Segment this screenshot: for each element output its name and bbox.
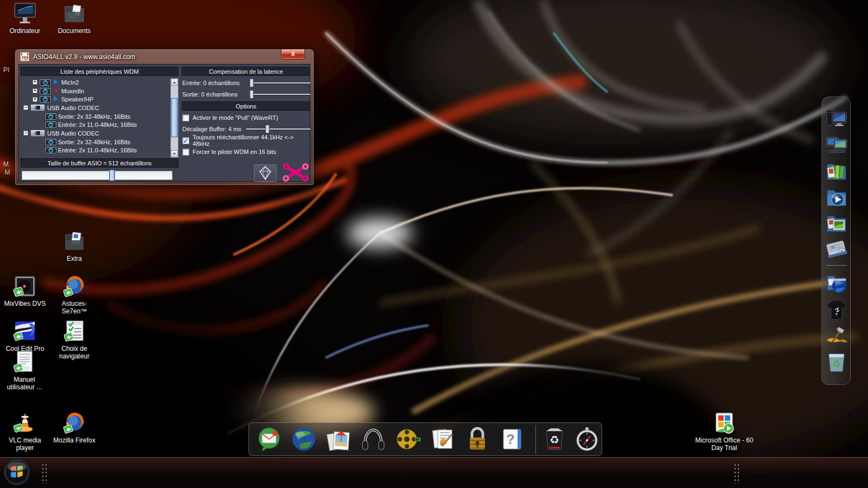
latency-in-row: Entrée: 0 échantillons xyxy=(182,79,310,87)
buffer-offset-thumb[interactable] xyxy=(265,125,270,133)
desktop-icon-label-partial: M. xyxy=(3,160,10,168)
tree-row-entree-2[interactable]: Entrée: 2x 11.0-48kHz, 16Bits xyxy=(21,146,178,155)
windows-start-orb-icon xyxy=(3,459,30,486)
power-button-icon[interactable] xyxy=(45,121,56,128)
desktop-icon-extra[interactable]: Extra xyxy=(50,229,99,262)
desktop-icon-label: Manuel utilisateur ... xyxy=(0,376,49,391)
desktop-icon-firefox[interactable]: Mozilla Firefox xyxy=(50,410,99,444)
dock-separator xyxy=(826,265,847,266)
desktop-icon-office[interactable]: Microsoft Office - 60 Day Trial xyxy=(692,410,757,452)
tree-row-speaker[interactable]: + Speaker/HP xyxy=(21,95,178,104)
power-button-icon[interactable] xyxy=(45,147,56,153)
usb-plug-icon[interactable] xyxy=(30,104,45,111)
device-list-scrollbar[interactable]: ▲ ▼ xyxy=(170,78,178,158)
desktop-icon-documents[interactable]: Documents xyxy=(50,1,99,35)
dock-security-lock-icon[interactable] xyxy=(464,426,491,453)
desktop-icon-manuel[interactable]: Manuel utilisateur ... xyxy=(0,350,49,391)
power-button-icon[interactable] xyxy=(45,113,56,120)
scroll-up-arrow[interactable]: ▲ xyxy=(171,79,178,86)
desktop-icon-choix-navigateur[interactable]: Choix de navigateur xyxy=(50,319,99,360)
expand-icon[interactable]: + xyxy=(33,80,37,85)
tree-row-sortie-1[interactable]: Sortie: 2x 32-48kHz, 16Bits xyxy=(21,112,178,121)
taskbar: ASIO FR 17:00 10/05/2010 xyxy=(0,457,868,488)
option-force16-row: Forcer le pilote WDM en 16 bits xyxy=(182,147,310,156)
force-16bit-checkbox[interactable] xyxy=(182,149,189,156)
expand-icon[interactable]: + xyxy=(33,97,37,102)
window-titlebar[interactable]: ASIO4ALL v2.9 - www.asio4all.com xyxy=(15,49,314,64)
buffer-offset-label: Décalage Buffer: 4 ms xyxy=(182,126,241,132)
dock-internet-globe-icon[interactable] xyxy=(290,426,317,453)
dock-compass-icon[interactable] xyxy=(573,426,601,453)
rdock-recycle-bin-icon[interactable]: ♻ xyxy=(825,350,848,374)
desktop-icon-vlc[interactable]: VLC media player xyxy=(1,410,49,452)
rdock-library-folder-icon[interactable] xyxy=(825,159,848,183)
cool-edit-icon xyxy=(12,319,37,344)
latency-in-slider[interactable] xyxy=(250,79,310,87)
desktop-icon-ordinateur[interactable]: Ordinateur xyxy=(1,1,49,35)
desktop-icon-label: MixVibes DVS xyxy=(1,300,49,307)
collapse-icon[interactable]: − xyxy=(23,131,28,136)
dock-movies-icon[interactable] xyxy=(394,426,422,453)
diamond-icon xyxy=(254,165,276,181)
tree-row-muxedin[interactable]: + ✕ MuxedIn xyxy=(21,87,178,95)
advanced-options-button[interactable] xyxy=(254,164,277,182)
latency-out-label: Sortie: 0 échantillons xyxy=(182,91,238,98)
tree-row-usb-codec-1[interactable]: − USB Audio CODEC xyxy=(21,104,178,112)
desktop: Ordinateur Documents PI M. M Extra xyxy=(0,0,868,488)
power-button-icon[interactable] xyxy=(40,96,51,102)
tray-drag-handle[interactable] xyxy=(733,463,741,484)
rdock-tools-hammer-icon[interactable] xyxy=(825,324,848,348)
dock-separator xyxy=(535,425,536,454)
latency-header: Compensation de la latence xyxy=(182,67,310,76)
power-button-icon[interactable] xyxy=(45,139,56,145)
active-play-icon xyxy=(53,96,59,102)
dock-mail-icon[interactable] xyxy=(256,426,283,453)
power-button-icon[interactable] xyxy=(40,79,51,86)
dock-documents-icon[interactable] xyxy=(429,426,456,453)
dock-help-icon[interactable]: ? xyxy=(499,426,526,453)
desktop-icon-astuces[interactable]: Astuces-Se7en™ xyxy=(50,274,99,315)
rdock-audio-device-icon[interactable] xyxy=(825,237,848,261)
setup-wrench-button[interactable] xyxy=(280,162,311,183)
vlc-cone-icon xyxy=(12,410,37,435)
scroll-down-arrow[interactable]: ▼ xyxy=(171,150,178,157)
rdock-network-displays-icon[interactable] xyxy=(825,133,848,157)
device-label: USB Audio CODEC xyxy=(47,105,99,111)
buffer-slider-thumb[interactable] xyxy=(109,170,115,181)
dock-pictures-icon[interactable] xyxy=(325,426,352,453)
asio4all-app-icon xyxy=(20,52,29,61)
latency-out-thumb[interactable] xyxy=(250,90,254,99)
device-label: USB Audio CODEC xyxy=(47,130,99,137)
buffer-offset-slider[interactable] xyxy=(246,125,310,133)
rdock-computer-icon[interactable] xyxy=(825,107,848,131)
rdock-images-folder-icon[interactable] xyxy=(825,211,848,235)
asio4all-window: ASIO4ALL v2.9 - www.asio4all.com x Liste… xyxy=(15,49,314,185)
tree-row-micin2[interactable]: + MicIn2 xyxy=(21,78,178,87)
dock-recycle-bin-icon[interactable]: ♻ xyxy=(541,426,568,453)
buffer-size-slider[interactable] xyxy=(22,171,173,180)
resample-checkbox[interactable]: ✓ xyxy=(182,137,189,144)
rdock-videos-folder-icon[interactable] xyxy=(825,185,848,209)
collapse-icon[interactable]: − xyxy=(23,105,28,110)
start-button[interactable] xyxy=(3,459,30,486)
rdock-tshirt-icon[interactable] xyxy=(825,298,848,322)
dock-music-headphones-icon[interactable] xyxy=(360,426,387,453)
documents-folder-icon xyxy=(62,1,87,26)
office-icon xyxy=(712,410,737,435)
scrollbar-thumb[interactable] xyxy=(171,98,178,137)
tree-row-entree-1[interactable]: Entrée: 2x 11.0-48kHz, 16Bits xyxy=(21,120,178,129)
pull-mode-checkbox[interactable] xyxy=(182,114,189,121)
tree-row-sortie-2[interactable]: Sortie: 2x 32-48kHz, 16Bits xyxy=(21,138,178,146)
rdock-downloads-globe-folder-icon[interactable] xyxy=(825,272,848,296)
close-button[interactable]: x xyxy=(281,49,305,60)
usb-plug-icon[interactable] xyxy=(30,130,45,137)
latency-out-slider[interactable] xyxy=(250,90,310,99)
document-icon xyxy=(12,350,37,375)
quicklaunch-drag-handle[interactable] xyxy=(41,463,48,484)
latency-in-thumb[interactable] xyxy=(250,79,254,87)
power-button-icon[interactable] xyxy=(40,88,51,94)
expand-icon[interactable]: + xyxy=(33,88,37,93)
desktop-icon-mixvibes[interactable]: MixVibes DVS xyxy=(1,274,49,307)
device-label: MicIn2 xyxy=(61,79,79,86)
tree-row-usb-codec-2[interactable]: − USB Audio CODEC xyxy=(21,129,178,138)
